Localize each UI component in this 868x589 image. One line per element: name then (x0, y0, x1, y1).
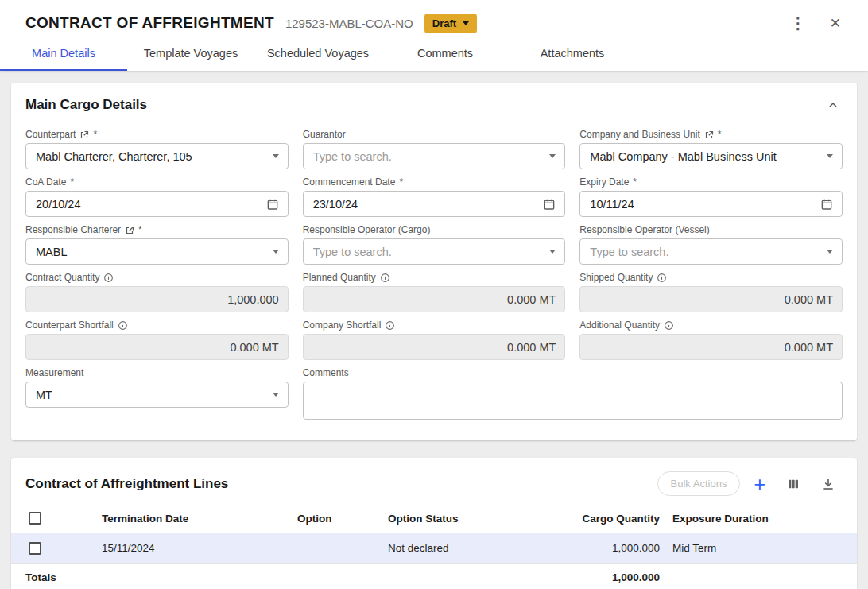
expiry-date-input[interactable]: 10/11/24 (579, 191, 843, 217)
responsible-charterer-select[interactable]: MABL (25, 238, 289, 265)
measurement-value: MT (36, 389, 266, 401)
status-badge[interactable]: Draft (424, 14, 477, 33)
columns-button[interactable] (779, 474, 808, 494)
external-link-icon[interactable] (704, 130, 714, 140)
responsible-operator-vessel-search[interactable] (579, 238, 843, 265)
download-icon (821, 477, 835, 491)
counterpart-label: Counterpart (25, 129, 76, 141)
tab-template-voyages[interactable]: Template Voyages (127, 36, 254, 71)
required-asterisk: * (718, 129, 722, 141)
calendar-icon[interactable] (266, 198, 279, 211)
tab-attachments[interactable]: Attachments (509, 36, 636, 71)
counterpart-shortfall-value: 0.000 MT (25, 334, 289, 360)
select-all-checkbox[interactable] (29, 512, 41, 525)
table-row[interactable]: 15/11/2024 Not declared 1,000.000 Mid Te… (11, 533, 857, 563)
guarantor-search[interactable] (303, 143, 566, 169)
info-icon (385, 320, 395, 331)
shipped-quantity-value: 0.000 MT (579, 286, 843, 312)
field-contract-quantity: Contract Quantity 1,000.000 (25, 272, 289, 312)
field-counterpart-shortfall: Counterpart Shortfall 0.000 MT (25, 320, 289, 360)
download-button[interactable] (814, 474, 843, 494)
plus-icon: + (754, 476, 765, 492)
contract-reference: 129523-MABL-COA-NO (285, 17, 413, 30)
commencement-date-label: Commencement Date (303, 176, 396, 188)
commencement-date-input[interactable]: 23/10/24 (303, 191, 566, 217)
info-icon (380, 273, 390, 283)
column-termination-date: Termination Date (95, 504, 291, 533)
field-counterpart: Counterpart * Mabl Charterer, Charterer,… (25, 129, 289, 169)
calendar-icon[interactable] (820, 198, 833, 211)
field-responsible-operator-vessel: Responsible Operator (Vessel) (579, 224, 843, 265)
comments-label: Comments (303, 367, 349, 379)
field-responsible-charterer: Responsible Charterer * MABL (25, 224, 289, 265)
external-link-icon[interactable] (125, 226, 134, 235)
responsible-operator-cargo-search[interactable] (303, 238, 566, 265)
totals-row: Totals 1,000.000 (11, 563, 857, 589)
counterpart-value: Mabl Charterer, Charterer, 105 (36, 150, 266, 163)
cell-option (291, 533, 382, 563)
columns-icon (786, 477, 800, 491)
coa-lines-table: Termination Date Option Option Status Ca… (11, 504, 857, 589)
tab-main-details[interactable]: Main Details (0, 36, 127, 71)
expiry-date-value: 10/11/24 (590, 198, 814, 211)
required-asterisk: * (399, 176, 403, 188)
contract-quantity-value: 1,000.000 (25, 286, 289, 312)
company-business-unit-value: Mabl Company - Mabl Business Unit (590, 150, 820, 163)
info-icon (657, 273, 667, 283)
coa-date-value: 20/10/24 (36, 198, 260, 211)
field-commencement-date: Commencement Date * 23/10/24 (303, 176, 566, 217)
table-header-row: Termination Date Option Option Status Ca… (11, 504, 857, 533)
responsible-charterer-value: MABL (36, 246, 266, 258)
kebab-menu-icon[interactable]: ⋮ (784, 12, 812, 34)
guarantor-input[interactable] (313, 150, 544, 163)
company-shortfall-label: Company Shortfall (303, 320, 382, 331)
counterpart-shortfall-label: Counterpart Shortfall (25, 320, 114, 331)
field-planned-quantity: Planned Quantity 0.000 MT (303, 272, 566, 312)
contract-quantity-label: Contract Quantity (25, 272, 99, 284)
calendar-icon[interactable] (543, 198, 556, 211)
cell-termination-date: 15/11/2024 (95, 533, 291, 563)
measurement-select[interactable]: MT (25, 382, 289, 408)
field-responsible-operator-cargo: Responsible Operator (Cargo) (303, 224, 566, 265)
collapse-section-button[interactable] (823, 97, 843, 113)
status-badge-label: Draft (432, 17, 456, 29)
column-cargo-quantity: Cargo Quantity (563, 504, 666, 533)
comments-textarea[interactable] (303, 382, 843, 420)
additional-quantity-value: 0.000 MT (579, 334, 843, 360)
chevron-down-icon (273, 393, 279, 397)
field-expiry-date: Expiry Date * 10/11/24 (579, 176, 843, 217)
company-shortfall-value: 0.000 MT (303, 334, 566, 360)
field-comments: Comments (303, 367, 843, 423)
field-measurement: Measurement MT (25, 367, 289, 423)
required-asterisk: * (93, 129, 97, 141)
chevron-down-icon (549, 154, 556, 158)
main-cargo-form: Counterpart * Mabl Charterer, Charterer,… (25, 129, 843, 423)
add-line-button[interactable]: + (746, 473, 773, 495)
responsible-charterer-label: Responsible Charterer (25, 224, 121, 236)
external-link-icon[interactable] (79, 130, 89, 140)
close-icon[interactable]: ✕ (823, 14, 847, 33)
coa-date-label: CoA Date (25, 176, 66, 188)
chevron-up-icon (827, 99, 839, 111)
responsible-operator-vessel-input[interactable] (590, 246, 820, 258)
tab-comments[interactable]: Comments (382, 36, 509, 71)
cell-exposure-duration: Mid Term (666, 533, 857, 563)
row-checkbox[interactable] (29, 542, 41, 555)
column-option: Option (291, 504, 382, 533)
company-business-unit-select[interactable]: Mabl Company - Mabl Business Unit (579, 143, 843, 169)
responsible-operator-cargo-input[interactable] (313, 246, 544, 258)
coa-date-input[interactable]: 20/10/24 (25, 191, 289, 217)
additional-quantity-label: Additional Quantity (579, 320, 660, 331)
tab-scheduled-voyages[interactable]: Scheduled Voyages (254, 36, 382, 71)
info-icon (664, 320, 674, 331)
chevron-down-icon (827, 250, 833, 254)
expiry-date-label: Expiry Date (579, 176, 629, 188)
field-coa-date: CoA Date * 20/10/24 (25, 176, 289, 217)
cell-option-status: Not declared (382, 533, 563, 563)
commencement-date-value: 23/10/24 (313, 198, 537, 211)
coa-lines-card: Contract of Affreightment Lines Bulk Act… (11, 458, 857, 589)
window-header: CONTRACT OF AFFREIGHTMENT 129523-MABL-CO… (0, 0, 868, 71)
counterpart-select[interactable]: Mabl Charterer, Charterer, 105 (25, 143, 289, 169)
bulk-actions-button[interactable]: Bulk Actions (657, 471, 741, 496)
tab-bar: Main Details Template Voyages Scheduled … (0, 36, 868, 71)
